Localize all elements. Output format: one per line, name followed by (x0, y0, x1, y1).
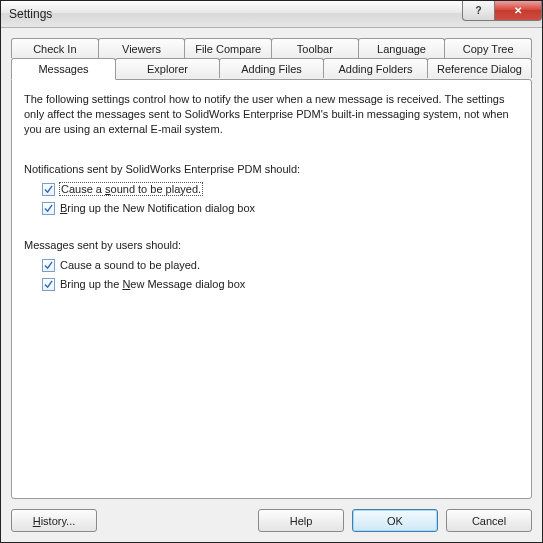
titlebar-help-button[interactable]: ? (462, 1, 494, 21)
tab-control: Check In Viewers File Compare Toolbar La… (11, 38, 532, 499)
section1-label: Notifications sent by SolidWorks Enterpr… (24, 163, 519, 175)
ok-button[interactable]: OK (352, 509, 438, 532)
titlebar[interactable]: Settings ? ✕ (1, 1, 542, 28)
tab-adding-files[interactable]: Adding Files (219, 58, 324, 78)
dialog-footer: History... Help OK Cancel (11, 499, 532, 532)
tab-check-in[interactable]: Check In (11, 38, 99, 58)
tab-language[interactable]: Language (358, 38, 446, 58)
tab-messages[interactable]: Messages (11, 58, 116, 80)
checkbox-label: Cause a sound to be played. (60, 183, 202, 195)
client-area: Check In Viewers File Compare Toolbar La… (1, 28, 542, 542)
history-button[interactable]: History... (11, 509, 97, 532)
tab-row-front: Messages Explorer Adding Files Adding Fo… (11, 58, 532, 79)
help-button[interactable]: Help (258, 509, 344, 532)
window-title: Settings (9, 7, 52, 21)
tab-copy-tree[interactable]: Copy Tree (444, 38, 532, 58)
cancel-button[interactable]: Cancel (446, 509, 532, 532)
settings-window: Settings ? ✕ Check In Viewers File Compa… (0, 0, 543, 543)
check-sound-notification[interactable]: Cause a sound to be played. (42, 181, 519, 198)
tab-viewers[interactable]: Viewers (98, 38, 186, 58)
checkbox-icon (42, 259, 55, 272)
section2-checks: Cause a sound to be played. Bring up the… (24, 257, 519, 293)
check-bring-up-message[interactable]: Bring up the New Message dialog box (42, 276, 519, 293)
check-sound-message[interactable]: Cause a sound to be played. (42, 257, 519, 274)
tab-panel-messages: The following settings control how to no… (11, 79, 532, 499)
tab-file-compare[interactable]: File Compare (184, 38, 272, 58)
tab-row-back: Check In Viewers File Compare Toolbar La… (11, 38, 532, 58)
titlebar-close-button[interactable]: ✕ (494, 1, 542, 21)
tab-toolbar[interactable]: Toolbar (271, 38, 359, 58)
checkbox-icon (42, 202, 55, 215)
window-controls: ? ✕ (462, 1, 542, 21)
checkbox-label: Bring up the New Message dialog box (60, 278, 245, 290)
section1-checks: Cause a sound to be played. Bring up the… (24, 181, 519, 217)
checkbox-label: Bring up the New Notification dialog box (60, 202, 255, 214)
panel-description: The following settings control how to no… (24, 92, 519, 137)
section2-label: Messages sent by users should: (24, 239, 519, 251)
check-bring-up-notification[interactable]: Bring up the New Notification dialog box (42, 200, 519, 217)
checkbox-icon (42, 183, 55, 196)
tab-adding-folders[interactable]: Adding Folders (323, 58, 428, 78)
checkbox-label: Cause a sound to be played. (60, 259, 200, 271)
tab-explorer[interactable]: Explorer (115, 58, 220, 78)
tab-reference-dialog[interactable]: Reference Dialog (427, 58, 532, 78)
checkbox-icon (42, 278, 55, 291)
